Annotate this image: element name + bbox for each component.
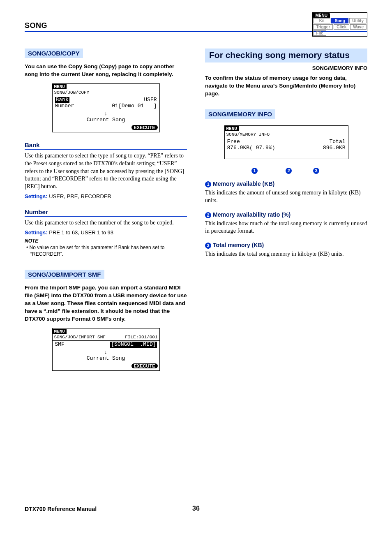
footer-left: DTX700 Reference Manual [25, 506, 97, 512]
bank-settings: Settings: USER, PRE, RECORDER [25, 193, 187, 199]
bank-text: Use this parameter to select the type of… [25, 152, 187, 191]
right-sublabel: SONG/MEMORY INFO [205, 65, 367, 71]
note-heading: NOTE [25, 238, 187, 244]
footer: DTX700 Reference Manual 36 [25, 506, 367, 512]
copy-intro: You can use the Copy Song (Copy) page to… [25, 63, 187, 79]
note-text: • No value can be set for this parameter… [30, 245, 187, 257]
number-settings: Settings: PRE 1 to 63, USER 1 to 93 [25, 229, 187, 236]
heading-import-smf: SONG/JOB/IMPORT SMF [25, 270, 104, 279]
lcd-legend: 1 2 3 [205, 166, 367, 174]
heading-number: Number [25, 208, 187, 217]
number-text: Use this parameter to select the number … [25, 219, 187, 227]
import-intro: From the Import SMF page, you can import… [25, 284, 187, 323]
heading-song-job-copy: SONG/JOB/COPY [25, 49, 83, 58]
menu-header: MENU [313, 13, 330, 18]
top-menu: MENU Kit Song Utility Trigger Click Wave… [312, 12, 367, 37]
left-column: SONG/JOB/COPY You can use the Copy Song … [25, 49, 187, 378]
menu-song[interactable]: Song [331, 18, 348, 23]
heading-memory-status: For checking song memory status [205, 49, 367, 62]
item1-heading: 1Memory available (KB) [205, 180, 367, 187]
menu-kit[interactable]: Kit [313, 18, 330, 23]
item1-text: This indicates the amount of unused song… [205, 189, 367, 205]
menu-trigger[interactable]: Trigger [313, 24, 333, 30]
page-number: 36 [192, 505, 200, 512]
heading-bank: Bank [25, 141, 187, 150]
lcd-memory: MENU SONG/MEMORY INFO Free Total 876.9KB… [224, 125, 348, 159]
menu-wave[interactable]: Wave [350, 24, 367, 30]
lcd-import: MENU SONG/JOB/IMPORT SMFFILE:001/001 SMF… [52, 328, 160, 371]
right-column: For checking song memory status SONG/MEM… [205, 49, 367, 378]
memory-intro: To confirm the status of memory usage fo… [205, 74, 367, 98]
item2-heading: 2Memory availability ratio (%) [205, 211, 367, 218]
menu-file[interactable]: File [313, 30, 326, 36]
item3-text: This indicates the total song memory in … [205, 250, 367, 258]
item2-text: This indicates how much of the total son… [205, 220, 367, 236]
menu-click[interactable]: Click [334, 24, 349, 30]
heading-song-memory-info: SONG/MEMORY INFO [205, 109, 275, 119]
lcd-copy: MENU SONG/JOB/COPY BankUSER Number01[Dem… [52, 83, 160, 132]
menu-utility[interactable]: Utility [349, 18, 367, 23]
item3-heading: 3Total memory (KB) [205, 242, 367, 249]
